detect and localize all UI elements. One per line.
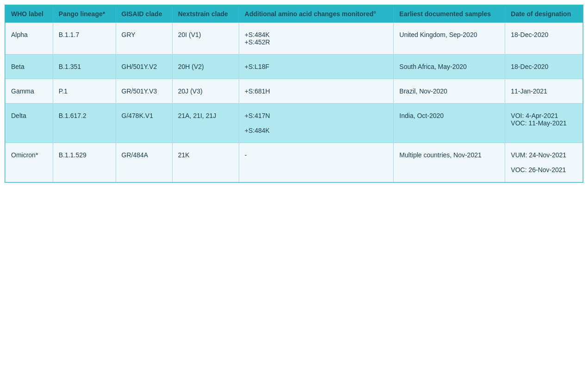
table-row-alpha: AlphaB.1.1.7GRY20I (V1)+S:484K+S:452RUni… [6,23,583,55]
date-of-designation-cell-omicron: VUM: 24-Nov-2021VOC: 26-Nov-2021 [505,143,583,182]
who-label-cell-delta: Delta [6,104,53,143]
date-of-designation-cell-alpha: 18-Dec-2020 [505,23,583,55]
nextstrain-clade-cell-omicron: 21K [172,143,239,182]
amino-acid-changes-cell-gamma: +S:681H [239,79,394,104]
pango-lineage-cell-beta: B.1.351 [53,55,116,79]
col-header-amino-acid-changes: Additional amino acid changes monitored° [239,6,394,23]
who-label-cell-beta: Beta [6,55,53,79]
amino-acid-changes-cell-alpha: +S:484K+S:452R [239,23,394,55]
who-label-cell-alpha: Alpha [6,23,53,55]
earliest-samples-cell-beta: South Africa, May-2020 [394,55,505,79]
date-of-designation-cell-beta: 18-Dec-2020 [505,55,583,79]
table-row-omicron: Omicron*B.1.1.529GR/484A21K-Multiple cou… [6,143,583,182]
col-header-nextstrain-clade: Nextstrain clade [172,6,239,23]
pango-lineage-cell-omicron: B.1.1.529 [53,143,116,182]
amino-acid-changes-cell-beta: +S:L18F [239,55,394,79]
nextstrain-clade-cell-alpha: 20I (V1) [172,23,239,55]
pango-lineage-cell-delta: B.1.617.2 [53,104,116,143]
pango-lineage-cell-gamma: P.1 [53,79,116,104]
gisaid-clade-cell-gamma: GR/501Y.V3 [116,79,172,104]
gisaid-clade-cell-beta: GH/501Y.V2 [116,55,172,79]
table-row-delta: DeltaB.1.617.2G/478K.V121A, 21I, 21J+S:4… [6,104,583,143]
col-header-who-label: WHO label [6,6,53,23]
table-header-row: WHO labelPango lineage*GISAID cladeNexts… [6,6,583,23]
earliest-samples-cell-omicron: Multiple countries, Nov-2021 [394,143,505,182]
col-header-earliest-samples: Earliest documented samples [394,6,505,23]
earliest-samples-cell-delta: India, Oct-2020 [394,104,505,143]
amino-acid-changes-cell-delta: +S:417N+S:484K [239,104,394,143]
table-row-beta: BetaB.1.351GH/501Y.V220H (V2)+S:L18FSout… [6,55,583,79]
col-header-gisaid-clade: GISAID clade [116,6,172,23]
amino-acid-changes-cell-omicron: - [239,143,394,182]
gisaid-clade-cell-delta: G/478K.V1 [116,104,172,143]
earliest-samples-cell-gamma: Brazil, Nov-2020 [394,79,505,104]
date-of-designation-cell-gamma: 11-Jan-2021 [505,79,583,104]
pango-lineage-cell-alpha: B.1.1.7 [53,23,116,55]
date-of-designation-cell-delta: VOI: 4-Apr-2021VOC: 11-May-2021 [505,104,583,143]
gisaid-clade-cell-omicron: GR/484A [116,143,172,182]
col-header-date-of-designation: Date of designation [505,6,583,23]
gisaid-clade-cell-alpha: GRY [116,23,172,55]
nextstrain-clade-cell-beta: 20H (V2) [172,55,239,79]
who-label-cell-gamma: Gamma [6,79,53,104]
nextstrain-clade-cell-delta: 21A, 21I, 21J [172,104,239,143]
nextstrain-clade-cell-gamma: 20J (V3) [172,79,239,104]
earliest-samples-cell-alpha: United Kingdom, Sep-2020 [394,23,505,55]
who-label-cell-omicron: Omicron* [6,143,53,182]
variants-table: WHO labelPango lineage*GISAID cladeNexts… [5,5,583,183]
col-header-pango-lineage: Pango lineage* [53,6,116,23]
table-row-gamma: GammaP.1GR/501Y.V320J (V3)+S:681HBrazil,… [6,79,583,104]
